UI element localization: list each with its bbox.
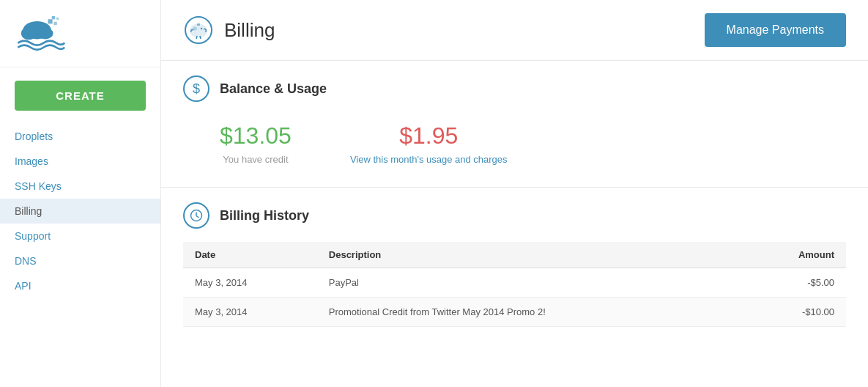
svg-point-10 <box>201 28 202 29</box>
page-header: Billing Manage Payments <box>161 0 868 61</box>
row-date: May 3, 2014 <box>183 298 317 327</box>
dollar-circle-icon: $ <box>183 75 209 102</box>
balance-section-header: $ Balance & Usage <box>183 75 846 102</box>
manage-payments-button[interactable]: Manage Payments <box>705 13 846 47</box>
main-content: Billing Manage Payments $ Balance & Usag… <box>161 0 868 387</box>
usage-block: $1.95 View this month's usage and charge… <box>350 122 508 165</box>
row-amount: -$10.00 <box>741 298 846 327</box>
sidebar-item-images[interactable]: Images <box>0 149 160 174</box>
svg-rect-4 <box>53 22 56 25</box>
billing-history-title: Billing History <box>220 208 309 224</box>
header-left: Billing <box>183 15 275 45</box>
sidebar-item-billing[interactable]: Billing <box>0 199 160 224</box>
svg-point-1 <box>21 27 37 40</box>
credit-block: $13.05 You have credit <box>220 122 292 165</box>
svg-point-2 <box>38 28 53 40</box>
sidebar-item-ssh-keys[interactable]: SSH Keys <box>0 174 160 199</box>
svg-point-8 <box>190 24 207 37</box>
billing-rows: May 3, 2014 PayPal -$5.00 May 3, 2014 Pr… <box>183 268 846 327</box>
sidebar: CREATE Droplets Images SSH Keys Billing … <box>0 0 161 387</box>
sidebar-item-support[interactable]: Support <box>0 224 160 248</box>
svg-rect-3 <box>48 19 53 23</box>
usage-amount: $1.95 <box>399 122 458 150</box>
credit-amount: $13.05 <box>220 122 292 150</box>
row-date: May 3, 2014 <box>183 268 317 298</box>
piggy-bank-icon <box>183 15 214 45</box>
billing-history-section: Billing History Date Description Amount … <box>161 188 868 342</box>
logo-area <box>0 0 160 67</box>
credit-label: You have credit <box>223 154 288 165</box>
balance-section: $ Balance & Usage $13.05 You have credit… <box>161 61 868 188</box>
sidebar-nav: Droplets Images SSH Keys Billing Support… <box>0 124 160 298</box>
row-amount: -$5.00 <box>741 268 846 298</box>
balance-section-title: Balance & Usage <box>220 81 327 97</box>
billing-history-table: Date Description Amount May 3, 2014 PayP… <box>183 242 846 327</box>
row-description: Promotional Credit from Twitter May 2014… <box>317 298 741 327</box>
svg-rect-11 <box>197 23 200 26</box>
sidebar-item-api[interactable]: API <box>0 273 160 298</box>
row-description: PayPal <box>317 268 741 298</box>
table-header-row: Date Description Amount <box>183 242 846 268</box>
description-column-header: Description <box>317 242 741 268</box>
sidebar-item-dns[interactable]: DNS <box>0 248 160 273</box>
balance-area: $13.05 You have credit $1.95 View this m… <box>183 115 846 172</box>
clock-circle-icon <box>183 202 209 229</box>
page-title: Billing <box>224 19 275 42</box>
create-button[interactable]: CREATE <box>15 81 146 111</box>
svg-rect-6 <box>56 18 59 21</box>
svg-rect-5 <box>52 16 55 19</box>
date-column-header: Date <box>183 242 317 268</box>
table-row: May 3, 2014 PayPal -$5.00 <box>183 268 846 298</box>
amount-column-header: Amount <box>741 242 846 268</box>
usage-link[interactable]: View this month's usage and charges <box>350 154 508 165</box>
billing-history-header: Billing History <box>183 202 846 229</box>
logo-icon <box>15 13 66 54</box>
sidebar-item-droplets[interactable]: Droplets <box>0 124 160 149</box>
table-row: May 3, 2014 Promotional Credit from Twit… <box>183 298 846 327</box>
